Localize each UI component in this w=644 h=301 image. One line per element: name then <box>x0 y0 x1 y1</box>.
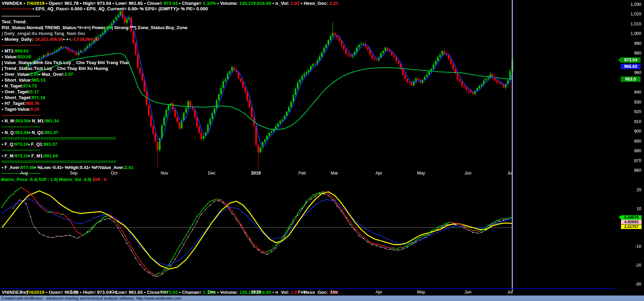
text-fragment: • Open= 961.78 • High= 973.04 • Low= 961… <box>45 1 164 6</box>
month-label: Nov <box>155 171 174 176</box>
month-label: Oct <box>104 171 124 176</box>
text-fragment: • +-: <box>63 37 71 42</box>
text-fragment: | Trend_Status:Tich Luy _ Cho Thay Đôi X… <box>2 66 108 71</box>
month-label: Aug <box>14 171 34 176</box>
text-fragment: -------------------------- <box>2 13 40 19</box>
text-fragment: • n_Vol: <box>271 290 290 294</box>
text-fragment: 981.04 <box>44 153 58 158</box>
month-label: Dec <box>202 290 221 294</box>
axis-value-badge: 973.04 <box>621 57 641 63</box>
text-fragment: 971.16 <box>32 95 45 100</box>
text-fragment: • F_M: <box>2 153 15 158</box>
month-label: Mar <box>325 171 344 176</box>
text-fragment: 953.50 <box>17 54 31 59</box>
text-fragment: • N_Q: <box>2 130 15 135</box>
panel-line: • F_Q:973.10• F_Q1:981.07 <box>2 141 187 147</box>
month-label: Apr <box>369 290 388 294</box>
text-fragment: • Open= 961.78 • High= 973.04 • Low= 961… <box>45 290 164 294</box>
text-fragment: 7/4/2019 <box>26 1 45 6</box>
text-fragment: • Value: <box>2 54 17 59</box>
panel-line: -------------------------- <box>2 42 187 48</box>
indicator-text-panel: --------------------------Test_Trend:RSI… <box>2 13 187 176</box>
badge-arrow-icon <box>618 57 621 63</box>
text-fragment: • Taget-Value: <box>2 107 31 112</box>
badge-arrow-icon <box>619 215 621 219</box>
text-fragment: 961.34 <box>45 118 59 123</box>
panel-line: • Value:953.50 <box>2 54 187 60</box>
text-fragment: • Over_Value: <box>2 72 30 77</box>
axis-tick-label: 1,000 <box>617 31 641 36</box>
axis-tick-label: 1,020 <box>617 12 641 16</box>
panel-line: • Money_Daily:-18,251,456.00• +-:-2,716,… <box>2 36 187 42</box>
text-fragment: • MT1: <box>2 48 15 53</box>
axis-tick-label: 860 <box>617 168 641 173</box>
panel-line: • Over_Value:2.05• Max_Over:3.97 <box>2 71 187 77</box>
month-label: Feb <box>293 171 312 176</box>
text-fragment: 973.10 <box>15 153 29 158</box>
text-fragment: • Change= <box>178 1 203 6</box>
axis-tick-label: 930 <box>617 100 641 105</box>
axis-tick-label: 890 <box>617 139 641 144</box>
text-fragment: VNINDEX <box>2 1 22 6</box>
text-fragment: Diff : 0 <box>92 177 106 182</box>
panel-line: -------------------------- <box>2 124 187 130</box>
month-label: 2019 <box>246 290 265 294</box>
month-label: Jul <box>500 290 520 294</box>
text-fragment: • Volume: <box>216 1 239 6</box>
axis-tick-label: 900 <box>617 129 641 134</box>
panel-line: • F_Aver:977.08• %Low:-0.41• %High:0.41•… <box>2 165 187 170</box>
text-fragment: • %Low:-0.41• %High:0.41• %F/Value_Aver: <box>35 165 125 170</box>
text-fragment: 961.37 <box>45 130 58 135</box>
month-label: Sep <box>64 290 83 294</box>
panel-line: -------------------------- <box>2 13 187 19</box>
text-fragment: 1.32% <box>203 1 216 6</box>
panel-line: ========================================… <box>2 135 187 141</box>
amibroker-window: VNINDEX • 7/4/2019 • Open= 961.78 • High… <box>0 0 644 301</box>
axis-tick-label: 1,030 <box>617 2 641 7</box>
month-label: May <box>411 290 431 294</box>
text-fragment: 0.10 <box>31 107 39 112</box>
text-fragment: 1.03 <box>290 1 299 6</box>
text-fragment: 973.10 <box>15 142 28 147</box>
axis-tick-label: 1,010 <box>617 22 641 26</box>
text-fragment: | Value_Status:Đinh Gia Tich Luy _ Cho T… <box>2 60 128 65</box>
axis-tick-label: -10 <box>617 244 641 249</box>
axis-tick-label: 880 <box>617 148 641 153</box>
axis-tick-label: 10 <box>617 206 641 211</box>
panel-line: ========================================… <box>2 159 187 165</box>
text-fragment: • Over_Taget: <box>2 89 30 94</box>
panel-line: | Value_Status:Đinh Gia Tich Luy _ Cho T… <box>2 60 187 65</box>
month-label: Sep <box>64 171 83 176</box>
text-fragment: 2.21 <box>329 1 338 6</box>
text-fragment: • F_Q1: <box>28 142 44 147</box>
panel-line: • N_M:953.56• N_M1:961.34 <box>2 118 187 124</box>
text-fragment: -------------------------- <box>2 124 40 129</box>
month-label: Dec <box>202 171 221 176</box>
cursor-vline <box>512 0 513 291</box>
matrix-title-line: Matrix_Price :5.4| Diff : 1.9| Matrix_Vo… <box>1 177 107 182</box>
text-fragment: • N_M1: <box>29 118 45 123</box>
text-fragment: ========================================… <box>2 136 116 141</box>
month-label: Jul <box>500 171 520 176</box>
month-label: Nov <box>155 290 174 294</box>
text-fragment: • Short_Taget: <box>2 95 32 100</box>
panel-line: • Short_Taget:971.16 <box>2 95 187 100</box>
panel-line: | Trend_Status:Tich Luy _ Cho Thay Đôi X… <box>2 65 187 71</box>
text-fragment: | Strong:***| Zone_Status:Buy_Zone <box>112 25 187 30</box>
text-fragment: 135,119,616.00 <box>239 1 271 6</box>
month-label: May <box>411 171 431 176</box>
axis-value-badge: 2.21757 <box>621 225 642 229</box>
panel-line: | Daily_singal:Xu Huong Tang_Nam Giu <box>2 31 187 36</box>
text-fragment: Test_Trend: <box>2 19 27 24</box>
text-fragment: | Matrix_Vol :4.9 <box>57 177 90 182</box>
axis-tick-label: 920 <box>617 109 641 114</box>
text-fragment: 974.73 <box>23 83 37 88</box>
text-fragment: 966.63 <box>15 48 29 53</box>
axis-value-badge: 4.92993 <box>621 220 642 224</box>
month-label: 2019 <box>246 171 265 176</box>
axis-tick-label: 910 <box>617 119 641 124</box>
text-fragment: • F_M1: <box>28 153 44 158</box>
axis-tick-label: 980 <box>617 51 641 56</box>
text-fragment: -------------------------- <box>2 147 40 153</box>
text-fragment: 953.56 <box>15 130 29 135</box>
